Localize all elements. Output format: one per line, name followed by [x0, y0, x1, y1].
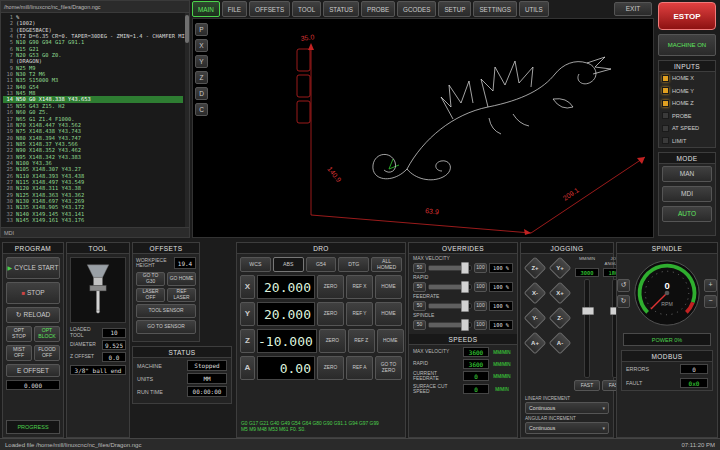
gcode-line[interactable]: 33N145 X149.161 Y43.176	[3, 217, 183, 223]
menu-item-gcodes[interactable]: GCODES	[397, 1, 436, 17]
menu-item-setup[interactable]: SETUP	[438, 1, 471, 17]
mist-button[interactable]: MIST OFF	[6, 345, 32, 361]
spindle-lower-button[interactable]: −	[704, 295, 717, 308]
stop-button[interactable]: ■ STOP	[6, 282, 60, 304]
jog-linear-fast-button[interactable]: FAST	[574, 380, 600, 391]
machine-on-button[interactable]: MACHINE ON	[658, 34, 716, 56]
jog-button-z-[interactable]: Z-	[549, 307, 571, 329]
preset-50-button[interactable]: 50	[413, 301, 426, 311]
jog-button-y+[interactable]: Y+	[549, 257, 571, 279]
offsets-button-go-to-sensor[interactable]: GO TO SENSOR	[136, 320, 196, 334]
spindle-ccw-button[interactable]: ↺	[617, 279, 630, 292]
mode-button-auto[interactable]: AUTO	[662, 206, 712, 222]
flood-button[interactable]: FLOOD OFF	[34, 345, 60, 361]
override-slider[interactable]	[428, 322, 472, 328]
dro-button-z-home[interactable]: HOME	[377, 329, 404, 353]
dro-button-a-go-to-zero[interactable]: GO TO ZERO	[375, 356, 402, 380]
slider-handle[interactable]	[461, 262, 469, 274]
estop-button[interactable]: ESTOP	[658, 2, 716, 30]
preset-100-button[interactable]: 100	[474, 301, 487, 311]
dro-button-y-ref-y[interactable]: REF Y	[346, 302, 373, 326]
offsets-button-laser-off[interactable]: LASER OFF	[136, 288, 165, 302]
axis-button-x[interactable]: X	[240, 275, 255, 299]
preset-100-button[interactable]: 100	[474, 263, 487, 273]
override-slider[interactable]	[428, 265, 472, 271]
gcode-preview[interactable]: 35.0 140.9 63.9 209.1 PXYZDC	[192, 18, 654, 238]
slider-handle[interactable]	[461, 319, 469, 331]
gcode-scrollbar[interactable]	[185, 13, 189, 227]
offsets-button-ref-laser[interactable]: REF LASER	[167, 288, 196, 302]
dro-header-wcs[interactable]: WCS	[240, 257, 271, 272]
dro-button-y-zero[interactable]: ZERO	[317, 302, 344, 326]
view-button-x[interactable]: X	[195, 39, 208, 52]
speed-row-surface-cut-speed: SURFACE CUT SPEED0M/MIN	[413, 384, 513, 395]
preset-100-button[interactable]: 100	[474, 282, 487, 292]
jog-button-x-[interactable]: X-	[524, 282, 546, 304]
dro-button-x-zero[interactable]: ZERO	[317, 275, 344, 299]
preset-100-button[interactable]: 100	[474, 320, 487, 330]
eoffset-button[interactable]: E OFFSET	[6, 364, 60, 377]
linear-increment-select[interactable]: Continuous ▾	[525, 402, 609, 414]
dro-button-a-ref-a[interactable]: REF A	[346, 356, 373, 380]
dro-header-abs[interactable]: ABS	[273, 257, 304, 272]
view-button-c[interactable]: C	[195, 103, 208, 116]
jog-button-a+[interactable]: A+	[524, 332, 546, 354]
view-button-y[interactable]: Y	[195, 55, 208, 68]
reload-button[interactable]: ↻ RELOAD	[6, 307, 60, 323]
cycle-start-button[interactable]: ▶ CYCLE START	[6, 257, 60, 279]
spindle-raise-button[interactable]: +	[704, 279, 717, 292]
dro-button-z-zero[interactable]: ZERO	[319, 329, 346, 353]
mdi-tab[interactable]: MDI	[1, 227, 189, 237]
menu-item-tool[interactable]: TOOL	[292, 1, 321, 17]
dro-title: DRO	[237, 243, 405, 254]
dro-button-y-home[interactable]: HOME	[375, 302, 402, 326]
menu-item-status[interactable]: STATUS	[323, 1, 359, 17]
dro-button-x-ref-x[interactable]: REF X	[346, 275, 373, 299]
slider-handle[interactable]	[461, 281, 469, 293]
spindle-cw-button[interactable]: ↻	[617, 295, 630, 308]
slider-handle[interactable]	[461, 300, 469, 312]
jog-button-x+[interactable]: X+	[549, 282, 571, 304]
dro-button-a-zero[interactable]: ZERO	[317, 356, 344, 380]
jog-linear-slider[interactable]	[584, 279, 590, 378]
view-button-d[interactable]: D	[195, 87, 208, 100]
menu-item-probe[interactable]: PROBE	[361, 1, 395, 17]
preset-50-button[interactable]: 50	[413, 263, 426, 273]
menu-item-utils[interactable]: UTILS	[519, 1, 549, 17]
dro-header-dtg[interactable]: DTG	[338, 257, 369, 272]
jog-button-a-[interactable]: A-	[549, 332, 571, 354]
jog-button-y-[interactable]: Y-	[524, 307, 546, 329]
offsets-button-tool-sensor[interactable]: TOOL SENSOR	[136, 304, 196, 318]
dro-value-x: 20.000	[257, 275, 315, 299]
menu-item-settings[interactable]: SETTINGS	[473, 1, 517, 17]
opt-block-button[interactable]: OPT BLOCK	[34, 326, 60, 342]
gcode-scrollbar-thumb[interactable]	[185, 15, 189, 43]
preset-50-button[interactable]: 50	[413, 320, 426, 330]
axis-button-y[interactable]: Y	[240, 302, 255, 326]
preset-50-button[interactable]: 50	[413, 282, 426, 292]
gcode-list[interactable]: 1%2(1002)3(EDGE5BACE)4(T2 D=6.35 CR=0. T…	[1, 13, 189, 227]
offsets-button-go-home[interactable]: GO HOME	[167, 272, 196, 286]
view-button-z[interactable]: Z	[195, 71, 208, 84]
opt-stop-button[interactable]: OPT STOP	[6, 326, 32, 342]
reload-icon: ↻	[16, 311, 22, 319]
axis-button-z[interactable]: Z	[240, 329, 255, 353]
offsets-button-go-to-g30[interactable]: GO TO G30	[136, 272, 165, 286]
dro-header-all-homed[interactable]: ALL HOMED	[371, 257, 402, 272]
exit-button[interactable]: EXIT	[614, 2, 652, 16]
mode-button-man[interactable]: MAN	[662, 166, 712, 182]
menu-item-offsets[interactable]: OFFSETS	[249, 1, 290, 17]
view-button-p[interactable]: P	[195, 23, 208, 36]
dro-button-x-home[interactable]: HOME	[375, 275, 402, 299]
menu-item-file[interactable]: FILE	[222, 1, 247, 17]
mode-button-mdi[interactable]: MDI	[662, 186, 712, 202]
jog-linear-slider-handle[interactable]	[582, 307, 594, 315]
angular-increment-select[interactable]: Continuous ▾	[525, 422, 609, 434]
dro-button-z-ref-z[interactable]: REF Z	[348, 329, 375, 353]
axis-button-a[interactable]: A	[240, 356, 255, 380]
override-slider[interactable]	[428, 284, 472, 290]
jog-button-z+[interactable]: Z+	[524, 257, 546, 279]
override-slider[interactable]	[428, 303, 472, 309]
dro-header-g54[interactable]: G54	[306, 257, 337, 272]
menu-item-main[interactable]: MAIN	[192, 1, 220, 17]
